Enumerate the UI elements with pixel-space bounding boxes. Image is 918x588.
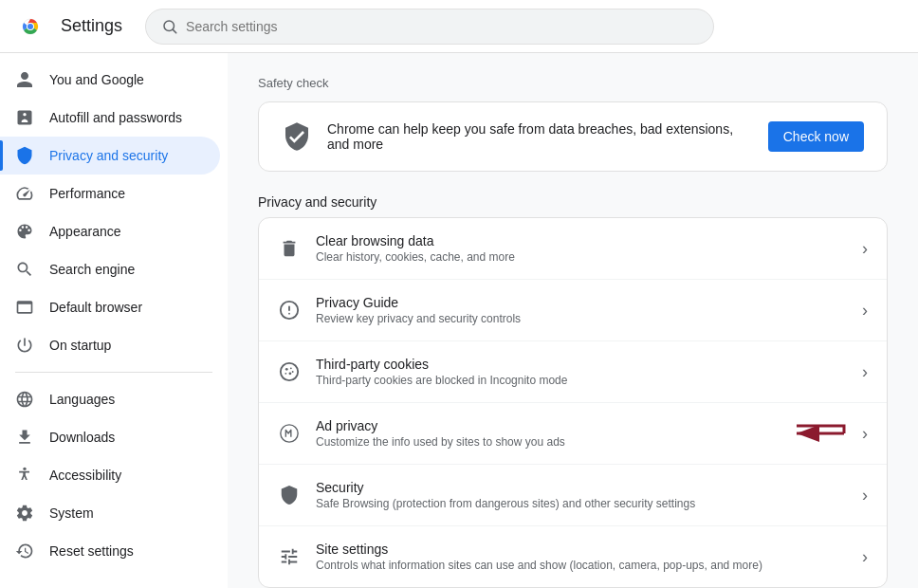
sidebar-item-privacy-security[interactable]: Privacy and security — [0, 137, 220, 175]
search-icon — [161, 18, 178, 35]
sidebar-item-downloads[interactable]: Downloads — [0, 418, 220, 456]
privacy-guide-content: Privacy Guide Review key privacy and sec… — [316, 295, 847, 325]
sidebar-item-autofill[interactable]: Autofill and passwords — [0, 99, 220, 137]
svg-point-2 — [28, 24, 33, 29]
settings-item-clear-browsing[interactable]: Clear browsing data Clear history, cooki… — [259, 218, 887, 280]
chrome-logo-icon — [15, 11, 46, 42]
accessibility-icon — [15, 466, 34, 485]
svg-point-8 — [285, 368, 288, 371]
safety-check-description: Chrome can help keep you safe from data … — [327, 121, 753, 152]
sidebar-label-search-engine: Search engine — [49, 262, 135, 277]
sidebar-item-search-engine[interactable]: Search engine — [0, 250, 220, 288]
svg-point-11 — [289, 372, 292, 375]
delete-icon — [278, 237, 301, 260]
person-icon — [15, 70, 34, 89]
page-title: Settings — [61, 16, 122, 36]
privacy-guide-arrow-icon: › — [862, 301, 868, 321]
ad-privacy-arrow-icon: › — [862, 424, 868, 444]
sidebar-label-accessibility: Accessibility — [49, 468, 121, 483]
settings-item-ad-privacy[interactable]: Ad privacy Customize the info used by si… — [259, 403, 887, 465]
privacy-guide-subtitle: Review key privacy and security controls — [316, 312, 847, 325]
power-icon — [15, 336, 34, 355]
sidebar-label-appearance: Appearance — [49, 224, 121, 239]
sidebar-item-you-and-google[interactable]: You and Google — [0, 61, 220, 99]
sidebar-item-on-startup[interactable]: On startup — [0, 326, 220, 364]
download-icon — [15, 428, 34, 447]
settings-item-third-party-cookies[interactable]: Third-party cookies Third-party cookies … — [259, 341, 887, 403]
sidebar-label-system: System — [49, 505, 94, 521]
sidebar-item-system[interactable]: System — [0, 494, 220, 532]
svg-line-4 — [173, 29, 175, 32]
shield-icon — [15, 146, 34, 165]
svg-point-12 — [292, 371, 294, 373]
palette-icon — [15, 222, 34, 241]
privacy-guide-title: Privacy Guide — [316, 295, 847, 310]
main-layout: You and Google Autofill and passwords Pr… — [0, 53, 918, 588]
settings-list: Clear browsing data Clear history, cooki… — [258, 217, 888, 588]
safety-check-section-title: Safety check — [258, 76, 888, 90]
sidebar-item-languages[interactable]: Languages — [0, 380, 220, 418]
clear-browsing-content: Clear browsing data Clear history, cooki… — [316, 233, 847, 264]
settings-item-security[interactable]: Security Safe Browsing (protection from … — [259, 465, 887, 526]
sidebar-label-languages: Languages — [49, 392, 115, 407]
sidebar-label-downloads: Downloads — [49, 430, 115, 445]
security-title: Security — [316, 480, 847, 495]
sidebar-label-autofill: Autofill and passwords — [49, 110, 182, 125]
content-area: Safety check Chrome can help keep you sa… — [228, 53, 918, 588]
sidebar: You and Google Autofill and passwords Pr… — [0, 53, 228, 588]
search-input[interactable] — [186, 19, 698, 34]
privacy-section-title: Privacy and security — [258, 194, 888, 210]
site-settings-title: Site settings — [316, 542, 847, 557]
history-icon — [15, 542, 34, 560]
sidebar-label-you-and-google: You and Google — [49, 72, 144, 87]
ad-privacy-title: Ad privacy — [316, 418, 847, 433]
language-icon — [15, 390, 34, 409]
speed-icon — [15, 184, 34, 203]
site-settings-arrow-icon: › — [862, 547, 868, 567]
safety-shield-icon — [282, 121, 312, 152]
clear-browsing-arrow-icon: › — [862, 239, 868, 259]
nav-divider — [15, 372, 212, 373]
sidebar-item-default-browser[interactable]: Default browser — [0, 288, 220, 326]
sidebar-label-default-browser: Default browser — [49, 300, 142, 315]
security-subtitle: Safe Browsing (protection from dangerous… — [316, 497, 847, 510]
ad-privacy-icon — [278, 422, 301, 445]
sidebar-label-reset-settings: Reset settings — [49, 543, 134, 559]
site-settings-subtitle: Controls what information sites can use … — [316, 559, 847, 572]
browser-icon — [15, 298, 34, 317]
svg-point-13 — [281, 425, 298, 442]
svg-point-7 — [281, 363, 298, 380]
sidebar-label-privacy-security: Privacy and security — [49, 148, 168, 163]
privacy-guide-icon — [278, 299, 301, 322]
sidebar-item-reset-settings[interactable]: Reset settings — [0, 532, 220, 570]
assignment-icon — [15, 108, 34, 127]
settings-item-privacy-guide[interactable]: Privacy Guide Review key privacy and sec… — [259, 280, 887, 341]
svg-point-5 — [23, 468, 26, 470]
cookies-title: Third-party cookies — [316, 357, 847, 372]
ad-privacy-subtitle: Customize the info used by sites to show… — [316, 435, 847, 449]
cookies-arrow-icon: › — [862, 362, 868, 382]
svg-point-10 — [285, 373, 286, 375]
cookies-content: Third-party cookies Third-party cookies … — [316, 357, 847, 387]
clear-browsing-subtitle: Clear history, cookies, cache, and more — [316, 250, 847, 264]
check-now-button[interactable]: Check now — [768, 121, 864, 152]
safety-check-card: Chrome can help keep you safe from data … — [258, 101, 888, 172]
header: Settings — [0, 0, 918, 53]
cookies-subtitle: Third-party cookies are blocked in Incog… — [316, 374, 847, 387]
search-nav-icon — [15, 260, 34, 279]
sidebar-item-accessibility[interactable]: Accessibility — [0, 456, 220, 494]
ad-privacy-content: Ad privacy Customize the info used by si… — [316, 418, 847, 449]
tune-icon — [278, 545, 301, 568]
clear-browsing-title: Clear browsing data — [316, 233, 847, 248]
search-bar[interactable] — [145, 9, 714, 45]
sidebar-label-on-startup: On startup — [49, 338, 111, 353]
settings-item-site-settings[interactable]: Site settings Controls what information … — [259, 526, 887, 587]
sidebar-item-performance[interactable]: Performance — [0, 175, 220, 212]
security-arrow-icon: › — [862, 486, 868, 505]
sidebar-item-appearance[interactable]: Appearance — [0, 212, 220, 250]
cookie-icon — [278, 360, 301, 383]
security-icon — [278, 484, 301, 506]
system-icon — [15, 504, 34, 523]
svg-point-9 — [290, 367, 292, 369]
security-content: Security Safe Browsing (protection from … — [316, 480, 847, 510]
